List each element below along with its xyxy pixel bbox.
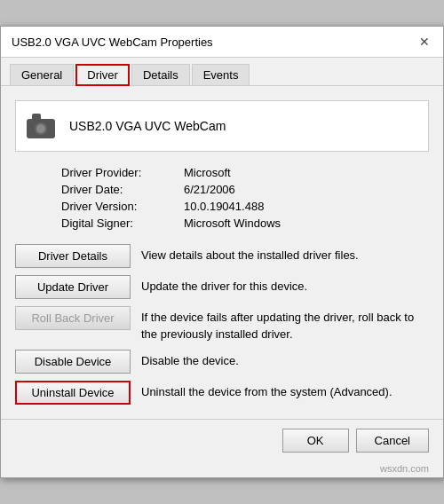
action-row-disable-device: Disable Device Disable the device. <box>15 350 429 374</box>
action-row-update-driver: Update Driver Update the driver for this… <box>15 275 429 299</box>
driver-details-button[interactable]: Driver Details <box>15 244 131 268</box>
camera-icon <box>25 114 57 138</box>
driver-info-grid: Driver Provider: Microsoft Driver Date: … <box>15 166 429 230</box>
watermark: wsxdn.com <box>1 461 443 477</box>
ok-button[interactable]: OK <box>282 429 349 453</box>
update-driver-button[interactable]: Update Driver <box>15 275 131 299</box>
provider-value: Microsoft <box>184 166 429 179</box>
close-button[interactable]: ✕ <box>416 34 432 50</box>
provider-label: Driver Provider: <box>61 166 177 179</box>
signer-label: Digital Signer: <box>61 217 177 230</box>
roll-back-driver-button[interactable]: Roll Back Driver <box>15 306 131 330</box>
version-label: Driver Version: <box>61 200 177 213</box>
tab-events[interactable]: Events <box>192 64 250 86</box>
version-value: 10.0.19041.488 <box>184 200 429 213</box>
tab-bar: General Driver Details Events <box>1 58 443 86</box>
date-label: Driver Date: <box>61 183 177 196</box>
date-value: 6/21/2006 <box>184 183 429 196</box>
tab-driver[interactable]: Driver <box>75 64 130 86</box>
properties-window: USB2.0 VGA UVC WebCam Properties ✕ Gener… <box>0 26 444 477</box>
tab-details[interactable]: Details <box>131 64 190 86</box>
footer: OK Cancel <box>1 419 443 461</box>
action-row-uninstall-device: Uninstall Device Uninstall the device fr… <box>15 381 429 405</box>
uninstall-device-button[interactable]: Uninstall Device <box>15 381 131 405</box>
cancel-button[interactable]: Cancel <box>356 429 429 453</box>
actions-list: Driver Details View details about the in… <box>15 244 429 404</box>
device-name: USB2.0 VGA UVC WebCam <box>69 119 226 133</box>
tab-general[interactable]: General <box>10 64 74 86</box>
title-bar: USB2.0 VGA UVC WebCam Properties ✕ <box>1 27 443 58</box>
device-header: USB2.0 VGA UVC WebCam <box>15 100 429 152</box>
tab-content: USB2.0 VGA UVC WebCam Driver Provider: M… <box>1 86 443 418</box>
disable-device-desc: Disable the device. <box>141 350 239 369</box>
driver-details-desc: View details about the installed driver … <box>141 244 359 264</box>
update-driver-desc: Update the driver for this device. <box>141 275 307 295</box>
action-row-driver-details: Driver Details View details about the in… <box>15 244 429 268</box>
uninstall-device-desc: Uninstall the device from the system (Ad… <box>141 381 392 400</box>
action-row-roll-back: Roll Back Driver If the device fails aft… <box>15 306 429 342</box>
disable-device-button[interactable]: Disable Device <box>15 350 131 374</box>
device-icon-container <box>23 108 59 144</box>
roll-back-desc: If the device fails after updating the d… <box>141 306 429 342</box>
window-title: USB2.0 VGA UVC WebCam Properties <box>12 35 213 49</box>
signer-value: Microsoft Windows <box>184 217 429 230</box>
